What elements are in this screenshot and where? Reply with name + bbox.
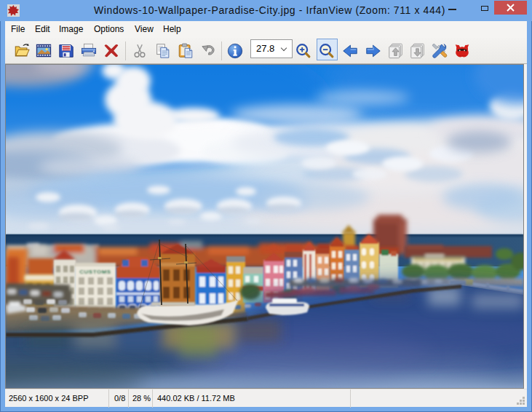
svg-text:CUSTOMS: CUSTOMS [79,269,111,275]
